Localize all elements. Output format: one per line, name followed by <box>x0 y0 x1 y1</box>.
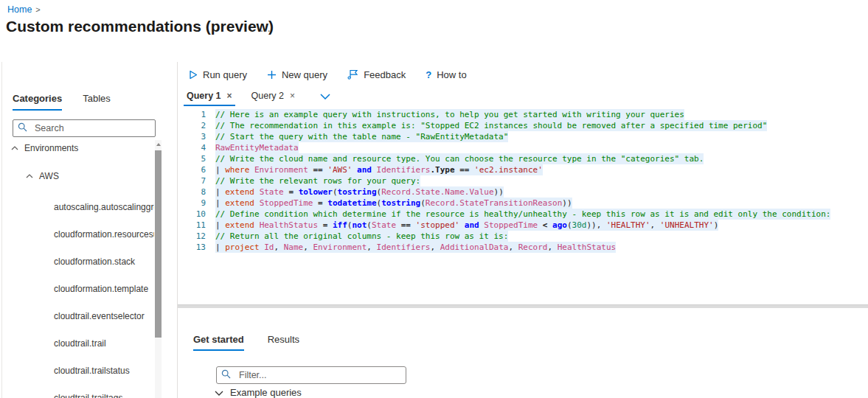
tree-item-cloudtrail-trail[interactable]: cloudtrail.trail <box>54 335 154 352</box>
line-number: 4 <box>178 142 206 153</box>
tree-item-label: cloudtrail.trailstatus <box>54 366 130 376</box>
sidebar-search-box[interactable] <box>13 119 156 137</box>
tree-item-cloudtrail-trailtags[interactable]: cloudtrail.trailtags <box>54 390 154 398</box>
line-number: 5 <box>178 153 206 164</box>
code-text: // Define condition which determine if t… <box>215 209 830 220</box>
query-tab-row: Query 1×Query 2× <box>178 89 330 108</box>
how-to-button[interactable]: ?How to <box>426 69 466 80</box>
query-editor[interactable]: 1// Here is an example query with instru… <box>178 109 868 304</box>
query-tab-label: Query 1 <box>187 91 221 101</box>
how-to-button-label: How to <box>437 69 466 80</box>
feedback-button-label: Feedback <box>364 69 406 80</box>
tree-item-cloudformation-resourcesummary[interactable]: cloudformation.resourcesummary <box>54 226 154 242</box>
sidebar-tab-tables[interactable]: Tables <box>83 93 111 111</box>
code-text: | project Id, Name, Environment, Identif… <box>215 242 616 253</box>
line-number: 1 <box>178 109 206 120</box>
code-text: | extend HealthStatus = iff(not(State ==… <box>215 220 718 231</box>
run-query-button[interactable]: Run query <box>189 69 247 80</box>
sidebar-scrollbar[interactable] <box>155 140 162 398</box>
sidebar-tab-categories[interactable]: Categories <box>13 93 62 111</box>
sidebar-tabs: CategoriesTables <box>13 93 111 111</box>
new-query-button[interactable]: New query <box>267 69 327 80</box>
tree-item-cloudformation-template[interactable]: cloudformation.template <box>54 281 154 297</box>
filter-input[interactable] <box>237 369 381 381</box>
tree-item-label: AWS <box>39 171 59 181</box>
code-line[interactable]: 13| project Id, Name, Environment, Ident… <box>178 242 868 253</box>
code-line[interactable]: 6| where Environment == 'AWS' and Identi… <box>178 164 868 175</box>
code-line[interactable]: 9| extend StoppedTime = todatetime(tostr… <box>178 198 868 209</box>
tree-item-label: Environments <box>24 143 78 153</box>
code-line[interactable]: 4RawEntityMetadata <box>178 142 868 153</box>
search-icon <box>18 122 27 135</box>
close-icon[interactable]: × <box>227 91 232 101</box>
tree-item-label: cloudformation.stack <box>54 256 135 267</box>
run-icon <box>189 70 198 80</box>
filter-search-icon <box>221 369 231 382</box>
tree-item-aws[interactable]: AWS <box>26 168 154 184</box>
close-icon[interactable]: × <box>290 91 295 101</box>
scrollbar-up-arrow-icon[interactable] <box>156 143 161 146</box>
tree-item-label: cloudtrail.trail <box>54 338 106 349</box>
example-queries-label: Example queries <box>230 387 302 398</box>
tree-item-label: cloudtrail.eventselector <box>54 311 145 321</box>
tree-item-cloudtrail-trailstatus[interactable]: cloudtrail.trailstatus <box>54 363 154 379</box>
tab-results[interactable]: Results <box>268 334 299 351</box>
line-number: 9 <box>178 198 206 209</box>
tree-item-autoscaling-autoscalinggroupname[interactable]: autoscaling.autoscalinggroupname <box>54 199 154 215</box>
query-tab-query-2[interactable]: Query 2× <box>249 89 298 105</box>
title-ellipsis-menu[interactable]: ... <box>260 22 271 34</box>
query-tabs-chevron-down-icon[interactable] <box>320 89 330 102</box>
line-number: 13 <box>178 242 206 253</box>
code-text: // Write the cloud name and resource typ… <box>215 153 704 164</box>
code-text: | extend State = tolower(tostring(Record… <box>215 186 504 198</box>
code-line[interactable]: 2// The recommendation in this example i… <box>178 120 868 131</box>
code-line[interactable]: 7// Write the relevant rows for your que… <box>178 175 868 186</box>
code-line[interactable]: 1// Here is an example query with instru… <box>178 109 868 120</box>
tree-item-cloudtrail-eventselector[interactable]: cloudtrail.eventselector <box>54 308 154 324</box>
tree-item-label: cloudformation.resourcesummary <box>54 229 154 240</box>
line-number: 10 <box>178 209 206 220</box>
code-text: // Here is an example query with instruc… <box>215 109 684 120</box>
line-number: 12 <box>178 231 206 242</box>
code-text: | extend StoppedTime = todatetime(tostri… <box>215 198 572 209</box>
plus-icon <box>267 70 277 80</box>
feedback-icon <box>347 69 358 80</box>
code-line[interactable]: 8| extend State = tolower(tostring(Recor… <box>178 186 868 198</box>
tab-get-started[interactable]: Get started <box>193 334 244 351</box>
editor-splitter[interactable] <box>178 304 868 308</box>
help-icon: ? <box>426 69 431 80</box>
tree-item-label: cloudformation.template <box>54 284 148 294</box>
breadcrumb: Home> <box>7 4 41 15</box>
line-number: 2 <box>178 120 206 131</box>
query-tab-query-1[interactable]: Query 1× <box>184 89 235 106</box>
tree-item-label: cloudtrail.trailtags <box>54 393 122 398</box>
code-line[interactable]: 5// Write the cloud name and resource ty… <box>178 153 868 164</box>
filter-box[interactable] <box>216 366 406 384</box>
line-number: 3 <box>178 131 206 142</box>
tree-item-cloudformation-stack[interactable]: cloudformation.stack <box>54 254 154 270</box>
scrollbar-thumb[interactable] <box>155 150 162 338</box>
search-input[interactable] <box>33 122 132 134</box>
bottom-tabs: Get startedResults <box>193 334 299 351</box>
toolbar: Run queryNew queryFeedback?How to <box>178 62 467 87</box>
line-number: 6 <box>178 164 206 175</box>
category-tree: EnvironmentsAWSautoscaling.autoscalinggr… <box>2 140 154 398</box>
code-line[interactable]: 11| extend HealthStatus = iff(not(State … <box>178 220 868 231</box>
example-queries-header[interactable]: Example queries <box>215 387 302 398</box>
tree-item-label: autoscaling.autoscalinggroupname <box>54 202 154 212</box>
line-number: 8 <box>178 186 206 198</box>
breadcrumb-separator-icon: > <box>35 5 40 14</box>
chevron-up-icon <box>26 174 33 178</box>
tree-item-environments[interactable]: Environments <box>11 140 154 156</box>
code-text: RawEntityMetadata <box>215 142 299 153</box>
code-line[interactable]: 12// Return all the original columns - k… <box>178 231 868 242</box>
query-tab-label: Query 2 <box>251 91 284 101</box>
code-line[interactable]: 3// Start the query with the table name … <box>178 131 868 142</box>
chevron-down-icon <box>215 387 223 398</box>
line-number: 7 <box>178 175 206 186</box>
sidebar: CategoriesTables EnvironmentsAWSautoscal… <box>1 62 177 398</box>
code-line[interactable]: 10// Define condition which determine if… <box>178 209 868 220</box>
line-number: 11 <box>178 220 206 231</box>
breadcrumb-home-link[interactable]: Home <box>7 4 32 15</box>
feedback-button[interactable]: Feedback <box>347 69 406 80</box>
